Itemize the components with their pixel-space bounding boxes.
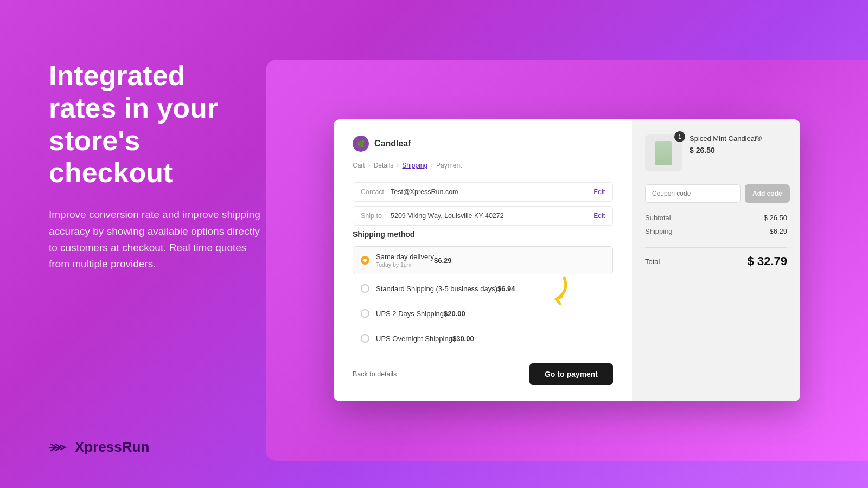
checkout-footer: Back to details Go to payment [353, 355, 613, 385]
option-name-text: UPS 2 Days Shipping [376, 310, 444, 318]
shipping-cost-row: Shipping $6.29 [645, 227, 787, 235]
radio-button [361, 284, 369, 293]
shipping-option[interactable]: UPS Overnight Shipping$30.00 [353, 328, 613, 349]
option-name-text: Standard Shipping (3-5 business days) [376, 285, 497, 293]
shipping-option[interactable]: Standard Shipping (3-5 business days)$6.… [353, 278, 613, 299]
store-header: 🌿 Candleaf [353, 136, 613, 152]
product-quantity-badge: 1 [674, 131, 685, 142]
radio-button [361, 309, 369, 318]
breadcrumb-sep-3: › [431, 162, 433, 169]
option-sub-text: Today by 1pm [376, 261, 434, 268]
contact-edit[interactable]: Edit [593, 188, 605, 196]
back-to-details-link[interactable]: Back to details [353, 370, 397, 378]
product-name: Spiced Mint Candleaf® [690, 134, 787, 143]
add-code-button[interactable]: Add code [745, 184, 790, 203]
ship-to-label: Ship to [361, 212, 391, 220]
contact-row: Contact Test@XpressRun.com Edit [353, 182, 613, 202]
product-info: Spiced Mint Candleaf® $ 26.50 [690, 134, 787, 155]
total-label: Total [645, 258, 660, 266]
breadcrumb-sep-1: › [368, 162, 371, 169]
option-name-text: Same day delivery [376, 253, 434, 261]
shipping-cost-label: Shipping [645, 227, 673, 235]
summary-divider [645, 247, 787, 248]
product-candle-icon [655, 141, 672, 165]
option-price: $6.29 [434, 256, 452, 265]
option-name: UPS Overnight Shipping [376, 335, 452, 343]
brand-name: XpressRun [75, 439, 149, 455]
checkout-window: 🌿 Candleaf Cart › Details › Shipping › P… [334, 119, 800, 401]
option-name-text: UPS Overnight Shipping [376, 335, 452, 343]
store-avatar: 🌿 [353, 136, 369, 152]
checkout-right-panel: 1 Spiced Mint Candleaf® $ 26.50 Add code… [632, 119, 800, 401]
brand-logo: XpressRun [49, 439, 149, 455]
total-row: Total $ 32.79 [645, 254, 787, 268]
breadcrumb-cart[interactable]: Cart [353, 162, 365, 169]
contact-value: Test@XpressRun.com [391, 188, 593, 196]
shipping-section-title: Shipping method [353, 230, 613, 239]
left-panel: Integrated rates in your store's checkou… [49, 60, 260, 273]
product-image-wrapper: 1 [645, 134, 682, 171]
radio-button [361, 256, 369, 265]
ship-to-edit[interactable]: Edit [593, 212, 605, 220]
checkout-container: 🌿 Candleaf Cart › Details › Shipping › P… [266, 60, 868, 461]
shipping-cost-value: $6.29 [769, 227, 787, 235]
ship-to-value: 5209 Viking Way, Louisville KY 40272 [391, 212, 593, 220]
subtotal-label: Subtotal [645, 214, 671, 222]
total-value: $ 32.79 [748, 254, 787, 268]
breadcrumb-shipping[interactable]: Shipping [402, 162, 427, 169]
sub-text: Improve conversion rate and improve ship… [49, 207, 260, 273]
go-to-payment-button[interactable]: Go to payment [529, 363, 613, 385]
coupon-row: Add code [645, 184, 787, 203]
product-price: $ 26.50 [690, 146, 787, 155]
subtotal-value: $ 26.50 [764, 214, 787, 222]
main-heading: Integrated rates in your store's checkou… [49, 60, 260, 189]
store-name: Candleaf [374, 139, 411, 149]
option-price: $30.00 [452, 335, 474, 343]
option-price: $6.94 [497, 285, 515, 293]
breadcrumb-sep-2: › [397, 162, 399, 169]
checkout-left-panel: 🌿 Candleaf Cart › Details › Shipping › P… [334, 119, 632, 401]
contact-label: Contact [361, 188, 391, 196]
option-price: $20.00 [444, 310, 465, 318]
radio-button [361, 334, 369, 343]
coupon-input[interactable] [645, 184, 741, 203]
option-name: Same day deliveryToday by 1pm [376, 253, 434, 268]
option-name: Standard Shipping (3-5 business days) [376, 285, 497, 293]
xpressrun-icon [49, 440, 69, 455]
breadcrumb: Cart › Details › Shipping › Payment [353, 162, 613, 169]
subtotal-row: Subtotal $ 26.50 [645, 214, 787, 222]
option-name: UPS 2 Days Shipping [376, 310, 444, 318]
shipping-options-list: Same day deliveryToday by 1pm$6.29Standa… [353, 246, 613, 352]
product-area: 1 Spiced Mint Candleaf® $ 26.50 [645, 134, 787, 171]
shipping-option[interactable]: UPS 2 Days Shipping$20.00 [353, 303, 613, 324]
ship-to-row: Ship to 5209 Viking Way, Louisville KY 4… [353, 206, 613, 226]
shipping-option[interactable]: Same day deliveryToday by 1pm$6.29 [353, 246, 613, 274]
breadcrumb-payment[interactable]: Payment [436, 162, 462, 169]
breadcrumb-details[interactable]: Details [374, 162, 394, 169]
